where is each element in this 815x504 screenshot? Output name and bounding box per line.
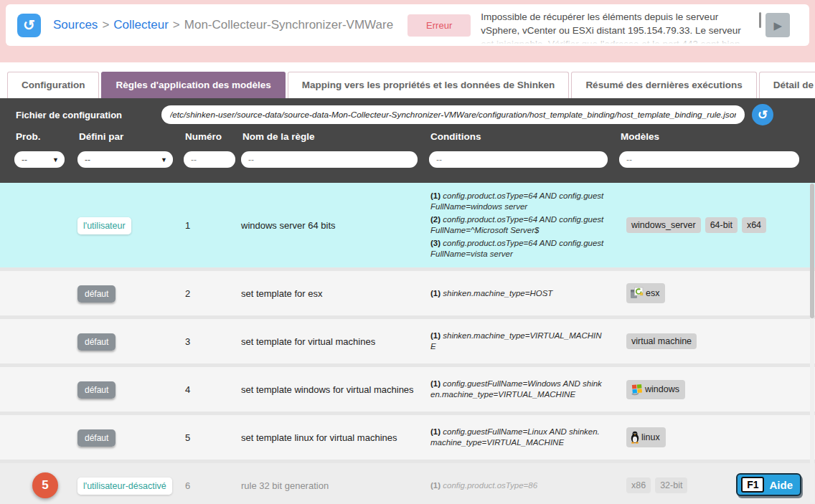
- config-file-row: Fichier de configuration ↺: [0, 105, 815, 125]
- tab-regles-application-modeles[interactable]: Règles d'application des modèles: [101, 72, 285, 98]
- filter-defined-by-value: --: [85, 155, 90, 165]
- esx-icon: [630, 287, 644, 300]
- model-badge: windows_server: [626, 217, 701, 233]
- breadcrumb-separator: >: [173, 18, 180, 32]
- model-badge: windows: [626, 380, 685, 399]
- column-header-numero: Numéro: [184, 131, 241, 142]
- table-row[interactable]: défaut5set template linux for virtual ma…: [0, 415, 815, 460]
- table-column-headers: Prob. Défini par Numéro Nom de la règle …: [0, 131, 815, 142]
- cell-defined-by: défaut: [77, 335, 184, 348]
- cell-defined-by: l'utilisateur: [77, 219, 184, 232]
- column-header-modeles: Modèles: [619, 131, 809, 142]
- filter-conditions-input[interactable]: [429, 151, 608, 168]
- condition: (1) config.guestFullName=Windows AND shi…: [430, 379, 606, 400]
- condition: (1) config.guestFullName=Linux AND shink…: [430, 427, 606, 448]
- cell-numero: 6: [184, 480, 241, 491]
- table-row[interactable]: 5l'utilisateur-désactivé6rule 32 bit gen…: [0, 463, 815, 504]
- defined-by-badge: défaut: [77, 285, 116, 303]
- tab-configuration[interactable]: Configuration: [7, 72, 99, 98]
- model-badge: 64-bit: [705, 217, 738, 233]
- cell-models: virtual machine: [619, 333, 809, 349]
- breadcrumb-separator: >: [102, 18, 109, 32]
- condition: (1) config.product.osType=86: [430, 480, 606, 491]
- table-row[interactable]: défaut3set template for virtual machines…: [0, 319, 815, 363]
- help-button[interactable]: F1 Aide: [736, 473, 801, 496]
- condition: (2) config.product.osType=64 AND config.…: [430, 214, 606, 236]
- filter-prob-select[interactable]: --▼: [14, 151, 65, 168]
- cell-conditions: (1) shinken.machine_type=VIRTUAL_MACHINE: [429, 324, 619, 358]
- source-status-card: ↺ Sources>Collecteur>Mon-Collecteur-Sync…: [6, 4, 809, 46]
- cell-models: windows: [619, 380, 809, 399]
- sync-refresh-icon[interactable]: ↺: [17, 14, 41, 37]
- filter-prob-value: --: [22, 155, 27, 165]
- cell-models: windows_server64-bitx64: [619, 217, 809, 233]
- cell-numero: 2: [184, 288, 241, 299]
- model-badge: x64: [742, 217, 766, 233]
- cell-defined-by: défaut: [77, 431, 184, 444]
- filter-defined-by-select[interactable]: --▼: [77, 151, 173, 168]
- model-badge-label: windows_server: [631, 220, 696, 230]
- cell-rule-name: rule 32 bit generation: [241, 480, 429, 491]
- cell-rule-name: set template for esx: [241, 288, 429, 299]
- model-badge-label: virtual machine: [631, 336, 692, 346]
- breadcrumb: Sources>Collecteur>Mon-Collecteur-Synchr…: [53, 18, 393, 32]
- tab-resume-dernieres-executions[interactable]: Résumé des dernières exécutions: [571, 72, 756, 98]
- model-badge: x86: [626, 477, 651, 493]
- filter-rule-name-input[interactable]: [241, 151, 418, 168]
- scrollbar-thumb[interactable]: [810, 184, 814, 318]
- cell-defined-by: l'utilisateur-désactivé: [77, 479, 184, 492]
- cell-models: linux: [619, 427, 809, 447]
- model-badge-label: windows: [645, 384, 679, 394]
- model-badge-label: x64: [747, 220, 761, 230]
- column-header-conditions: Conditions: [429, 131, 619, 142]
- cell-defined-by: défaut: [77, 287, 184, 300]
- cell-rule-name: set template for virtual machines: [241, 336, 429, 347]
- table-row[interactable]: défaut2set template for esx(1) shinken.m…: [0, 271, 815, 315]
- tab-detail-derniere-execution[interactable]: Détail de la dernière exécution: [759, 72, 815, 98]
- tab-mapping-proprietes-shinken[interactable]: Mapping vers les propriétés et les donné…: [288, 72, 570, 98]
- message-scrollbar[interactable]: [759, 12, 761, 28]
- model-badge-label: linux: [641, 432, 660, 442]
- cell-rule-name: windows server 64 bits: [241, 220, 429, 231]
- status-badge: Erreur: [408, 14, 471, 37]
- linux-icon: [630, 431, 640, 444]
- config-file-label: Fichier de configuration: [16, 110, 161, 120]
- config-file-path-input[interactable]: [161, 105, 745, 124]
- windows-icon: [630, 384, 644, 396]
- filter-models-input[interactable]: [619, 151, 799, 168]
- cell-numero: 5: [184, 432, 241, 443]
- breadcrumb-link-sources[interactable]: Sources: [53, 18, 98, 32]
- column-header-defini-par: Défini par: [77, 131, 184, 142]
- cell-conditions: (1) config.product.osType=64 AND config.…: [429, 184, 619, 266]
- condition: (1) shinken.machine_type=HOST: [430, 288, 606, 299]
- f1-key-badge: F1: [741, 477, 764, 493]
- tab-bar: Configuration Règles d'application des m…: [0, 62, 815, 98]
- table-body: l'utilisateur1windows server 64 bits(1) …: [0, 183, 815, 504]
- error-message: Impossible de récupérer les éléments dep…: [481, 4, 755, 46]
- condition: (1) shinken.machine_type=VIRTUAL_MACHINE: [430, 331, 606, 352]
- help-button-label: Aide: [769, 479, 793, 491]
- model-badge-label: esx: [646, 288, 659, 298]
- play-icon: ▶: [773, 20, 782, 31]
- problem-count-badge[interactable]: 5: [32, 472, 58, 498]
- condition: (3) config.product.osType=64 AND config.…: [430, 238, 606, 260]
- chevron-down-icon: ▼: [52, 156, 59, 163]
- model-badge: virtual machine: [626, 333, 697, 349]
- cell-conditions: (1) config.product.osType=86: [429, 474, 619, 498]
- run-button[interactable]: ▶: [765, 13, 790, 37]
- filter-numero-input[interactable]: [184, 151, 235, 168]
- breadcrumb-link-collecteur[interactable]: Collecteur: [113, 18, 169, 32]
- cell-rule-name: set template windows for virtual machine…: [241, 384, 429, 395]
- table-row[interactable]: l'utilisateur1windows server 64 bits(1) …: [0, 183, 815, 267]
- cell-numero: 4: [184, 384, 241, 395]
- cell-rule-name: set template linux for virtual machines: [241, 432, 429, 443]
- table-filter-row: --▼ --▼: [0, 151, 815, 168]
- column-header-nom-regle: Nom de la règle: [241, 131, 429, 142]
- table-row[interactable]: défaut4set template windows for virtual …: [0, 367, 815, 412]
- table-scrollbar[interactable]: [810, 184, 814, 503]
- refresh-icon[interactable]: ↺: [752, 104, 773, 125]
- defined-by-badge: l'utilisateur: [77, 217, 131, 234]
- defined-by-badge: défaut: [77, 381, 116, 399]
- cell-models: esx: [619, 283, 809, 303]
- breadcrumb-current: Mon-Collecteur-Synchronizer-VMWare: [184, 18, 393, 32]
